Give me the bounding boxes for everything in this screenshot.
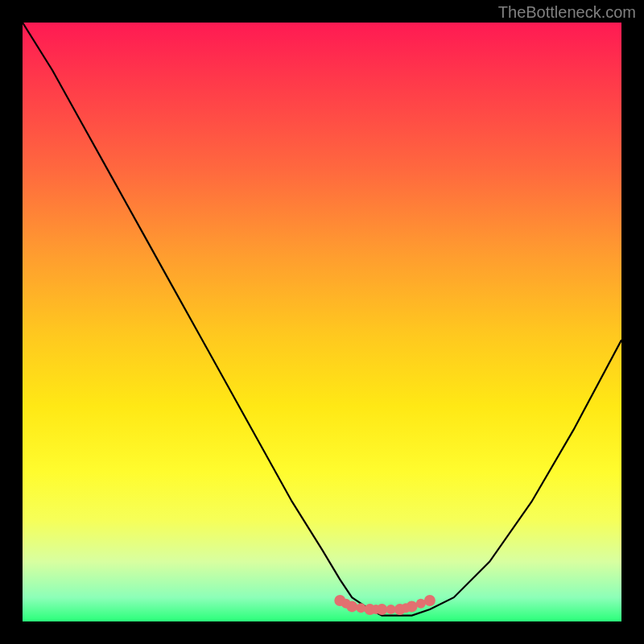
svg-point-6 bbox=[424, 595, 436, 606]
chart-svg bbox=[23, 23, 621, 621]
svg-point-11 bbox=[401, 603, 411, 613]
bottleneck-curve bbox=[23, 23, 621, 616]
svg-point-8 bbox=[356, 603, 365, 613]
svg-point-12 bbox=[416, 599, 426, 609]
watermark-text: TheBottleneck.com bbox=[498, 3, 636, 22]
svg-point-10 bbox=[386, 605, 396, 614]
svg-point-7 bbox=[341, 599, 351, 609]
svg-point-9 bbox=[371, 605, 381, 614]
